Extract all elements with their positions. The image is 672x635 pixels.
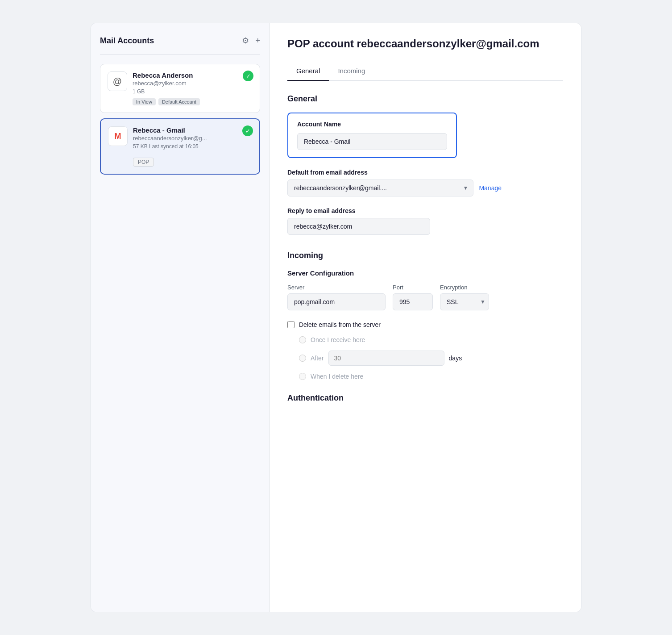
- delete-checkbox-row: Delete emails from the server: [287, 321, 563, 328]
- port-input[interactable]: [393, 293, 433, 310]
- account-info-zylker: Rebecca Anderson rebecca@zylker.com 1 GB…: [133, 71, 253, 105]
- auth-section-title: Authentication: [287, 393, 563, 403]
- sidebar-header: Mail Accounts ⚙ +: [100, 36, 260, 46]
- account-storage-zylker: 1 GB: [133, 88, 253, 95]
- reply-email-group: Reply to email address: [287, 207, 563, 235]
- account-tags-zylker: In View Default Account: [133, 98, 253, 105]
- default-email-select[interactable]: rebeccaandersonzylker@gmail....: [287, 180, 473, 196]
- encryption-select-wrapper: SSL TLS None ▼: [440, 293, 489, 310]
- days-input[interactable]: [328, 351, 444, 366]
- tag-default: Default Account: [158, 98, 200, 105]
- delete-emails-checkbox[interactable]: [287, 321, 295, 328]
- settings-icon[interactable]: ⚙: [242, 36, 249, 46]
- check-icon-zylker: ✓: [243, 71, 253, 81]
- pop-badge: POP: [133, 158, 154, 167]
- delete-emails-label: Delete emails from the server: [299, 321, 381, 328]
- tag-in-view: In View: [133, 98, 156, 105]
- radio-once[interactable]: [299, 336, 306, 343]
- account-avatar-gmail: M: [108, 126, 128, 146]
- tab-general[interactable]: General: [287, 63, 329, 81]
- port-col-label: Port: [393, 284, 433, 291]
- manage-link[interactable]: Manage: [479, 184, 502, 192]
- account-name-zylker: Rebecca Anderson: [133, 71, 253, 79]
- server-config-title: Server Configuration: [287, 269, 563, 277]
- account-email-gmail: rebeccaandersonzylker@g...: [133, 135, 252, 142]
- default-email-label: Default from email address: [287, 169, 563, 176]
- account-name-label: Account Name: [297, 121, 447, 128]
- account-name-input[interactable]: [297, 133, 447, 150]
- main-content: POP account rebeccaandersonzylker@gmail.…: [270, 23, 581, 612]
- incoming-section-title: Incoming: [287, 251, 563, 260]
- account-name-box: Account Name: [287, 113, 457, 158]
- tab-incoming[interactable]: Incoming: [329, 63, 374, 81]
- radio-when[interactable]: [299, 373, 306, 380]
- check-icon-gmail: ✓: [242, 125, 253, 136]
- page-title: POP account rebeccaandersonzylker@gmail.…: [287, 38, 563, 50]
- default-email-group: Default from email address rebeccaanders…: [287, 169, 563, 196]
- radio-after[interactable]: [299, 355, 306, 362]
- incoming-section: Incoming Server Configuration Server Por…: [287, 251, 563, 403]
- radio-options: Once I receive here After days When I de…: [287, 336, 563, 380]
- account-email-zylker: rebecca@zylker.com: [133, 80, 253, 87]
- sidebar-title: Mail Accounts: [100, 36, 154, 46]
- radio-after-row: After days: [299, 351, 563, 366]
- default-email-row: rebeccaandersonzylker@gmail.... ▼ Manage: [287, 180, 502, 196]
- server-input[interactable]: [287, 293, 386, 310]
- encryption-col: Encryption SSL TLS None ▼: [440, 284, 489, 310]
- general-section-title: General: [287, 94, 563, 104]
- port-col: Port: [393, 284, 433, 310]
- radio-once-row: Once I receive here: [299, 336, 563, 343]
- radio-after-label: After: [311, 355, 324, 362]
- radio-once-label: Once I receive here: [311, 336, 365, 343]
- account-info-gmail: Rebecca - Gmail rebeccaandersonzylker@g.…: [133, 126, 252, 167]
- server-col: Server: [287, 284, 386, 310]
- app-container: Mail Accounts ⚙ + @ Rebecca Anderson reb…: [91, 23, 581, 612]
- add-account-icon[interactable]: +: [255, 36, 260, 46]
- sidebar-divider: [100, 54, 260, 55]
- sidebar-header-icons: ⚙ +: [242, 36, 260, 46]
- account-avatar-zylker: @: [108, 71, 127, 91]
- encryption-select[interactable]: SSL TLS None: [440, 293, 489, 310]
- sidebar: Mail Accounts ⚙ + @ Rebecca Anderson reb…: [91, 23, 270, 612]
- server-col-label: Server: [287, 284, 386, 291]
- delete-section: Delete emails from the server Once I rec…: [287, 321, 563, 380]
- tabs: General Incoming: [287, 63, 563, 81]
- days-label: days: [449, 355, 462, 362]
- account-sync-gmail: 57 KB Last synced at 16:05: [133, 143, 252, 150]
- radio-when-label: When I delete here: [311, 373, 363, 380]
- email-select-wrapper: rebeccaandersonzylker@gmail.... ▼: [287, 180, 473, 196]
- server-config-table: Server Port Encryption SSL TLS None: [287, 284, 563, 310]
- account-card-gmail[interactable]: M Rebecca - Gmail rebeccaandersonzylker@…: [100, 118, 260, 175]
- reply-email-label: Reply to email address: [287, 207, 563, 214]
- reply-email-input[interactable]: [287, 218, 430, 235]
- account-card-zylker[interactable]: @ Rebecca Anderson rebecca@zylker.com 1 …: [100, 64, 260, 113]
- radio-when-row: When I delete here: [299, 373, 563, 380]
- encryption-col-label: Encryption: [440, 284, 489, 291]
- account-name-gmail: Rebecca - Gmail: [133, 126, 252, 134]
